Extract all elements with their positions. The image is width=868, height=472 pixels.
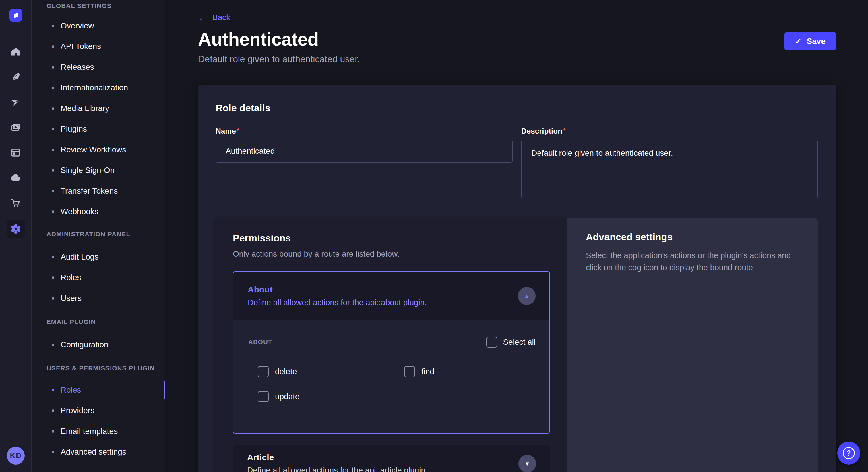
name-field-group: Name* — [216, 127, 513, 200]
sidebar-item-plugins[interactable]: Plugins — [32, 119, 165, 139]
sidebar-group: Overview API Tokens Releases Internation… — [32, 15, 165, 222]
strapi-logo-glyph — [11, 11, 20, 20]
sidebar-item-label: Overview — [61, 21, 94, 30]
accordion-about-header[interactable]: About Define all allowed actions for the… — [234, 272, 549, 320]
sidebar-item-label: Plugins — [61, 125, 87, 134]
action-checkbox-grid: delete find update — [258, 364, 536, 405]
select-all-control[interactable]: Select all — [486, 337, 536, 347]
permission-group-row: ABOUT Select all — [248, 336, 536, 348]
name-label-text: Name — [216, 127, 236, 135]
sidebar-item-admin-roles[interactable]: Roles — [32, 267, 165, 288]
cart-icon[interactable] — [0, 191, 32, 216]
sidebar-item-up-roles[interactable]: Roles — [32, 380, 165, 400]
permissions-title: Permissions — [233, 233, 550, 244]
expand-button[interactable]: ▼ — [518, 455, 536, 472]
bullet-icon — [52, 297, 54, 300]
help-button[interactable]: ? — [837, 442, 860, 465]
settings-sidebar: GLOBAL SETTINGS Overview API Tokens Rele… — [32, 0, 165, 472]
accordion-about-titles: About Define all allowed actions for the… — [248, 285, 427, 307]
page-header: Authenticated Default role given to auth… — [198, 29, 836, 65]
main-content: ← Back Authenticated Default role given … — [165, 0, 868, 472]
layout-icon[interactable] — [0, 140, 32, 165]
paper-plane-icon[interactable] — [0, 90, 32, 115]
name-label: Name* — [216, 127, 513, 136]
sidebar-item-webhooks[interactable]: Webhooks — [32, 201, 165, 222]
back-link[interactable]: ← Back — [198, 12, 230, 22]
page-subtitle: Default role given to authenticated user… — [198, 54, 360, 65]
sidebar-item-label: Internationalization — [61, 83, 128, 92]
gear-icon[interactable] — [0, 216, 32, 242]
chevron-down-icon: ▼ — [524, 461, 530, 467]
question-mark-icon: ? — [843, 447, 855, 459]
sidebar-item-label: Roles — [61, 385, 81, 395]
sidebar-item-releases[interactable]: Releases — [32, 57, 165, 77]
advanced-settings-panel: Advanced settings Select the application… — [567, 218, 818, 472]
sidebar-section-global-settings: GLOBAL SETTINGS — [46, 1, 165, 11]
sidebar-item-overview[interactable]: Overview — [32, 15, 165, 36]
bullet-icon — [52, 256, 54, 258]
description-label: Description* — [521, 127, 818, 136]
find-label: find — [422, 367, 434, 376]
sidebar-item-review-workflows[interactable]: Review Workflows — [32, 139, 165, 160]
save-button-label: Save — [807, 37, 826, 46]
accordion-article[interactable]: Article Define all allowed actions for t… — [233, 445, 550, 472]
main-nav-rail: KD — [0, 0, 32, 472]
save-button[interactable]: ✓ Save — [784, 32, 836, 50]
rail-bottom-divider — [0, 440, 32, 440]
bullet-icon — [52, 210, 54, 213]
home-icon[interactable] — [0, 39, 32, 64]
cloud-icon[interactable] — [0, 165, 32, 191]
select-all-label: Select all — [503, 338, 536, 347]
rail-icons — [0, 39, 31, 242]
gear-selected-background — [7, 220, 25, 238]
bullet-icon — [52, 66, 54, 69]
bullet-icon — [52, 430, 54, 433]
role-details-fields: Name* Description* Default role given to… — [216, 127, 818, 200]
bullet-icon — [52, 343, 54, 346]
required-asterisk: * — [563, 127, 566, 134]
sidebar-item-audit-logs[interactable]: Audit Logs — [32, 247, 165, 267]
sidebar-group: Audit Logs Roles Users — [32, 247, 165, 308]
update-checkbox[interactable] — [258, 391, 269, 402]
permissions-layout: Permissions Only actions bound by a rout… — [216, 218, 818, 472]
sidebar-item-api-tokens[interactable]: API Tokens — [32, 36, 165, 57]
name-input[interactable] — [216, 140, 513, 163]
sidebar-item-media-library[interactable]: Media Library — [32, 98, 165, 119]
sidebar-item-advanced-settings[interactable]: Advanced settings — [32, 442, 165, 462]
user-avatar[interactable]: KD — [7, 447, 25, 465]
select-all-checkbox[interactable] — [486, 337, 497, 347]
sidebar-item-providers[interactable]: Providers — [32, 400, 165, 421]
sidebar-item-configuration[interactable]: Configuration — [32, 334, 165, 355]
page-header-titles: Authenticated Default role given to auth… — [198, 29, 360, 65]
sidebar-item-users[interactable]: Users — [32, 288, 165, 308]
back-arrow-icon: ← — [198, 12, 208, 22]
sidebar-item-label: Audit Logs — [61, 252, 98, 262]
sidebar-item-label: Webhooks — [61, 207, 98, 216]
sidebar-item-single-sign-on[interactable]: Single Sign-On — [32, 160, 165, 181]
feather-icon[interactable] — [0, 64, 32, 90]
bullet-icon — [52, 128, 54, 131]
sidebar-item-email-templates[interactable]: Email templates — [32, 421, 165, 442]
delete-label: delete — [275, 367, 297, 376]
check-icon: ✓ — [795, 37, 801, 46]
bullet-icon — [52, 107, 54, 110]
sidebar-group: Configuration — [32, 334, 165, 355]
sidebar-section-users-permissions-plugin: USERS & PERMISSIONS PLUGIN — [46, 363, 165, 374]
action-find[interactable]: find — [404, 364, 550, 380]
sidebar-item-transfer-tokens[interactable]: Transfer Tokens — [32, 181, 165, 201]
role-details-title: Role details — [216, 102, 818, 113]
bullet-icon — [52, 25, 54, 27]
sidebar-item-internationalization[interactable]: Internationalization — [32, 77, 165, 98]
find-checkbox[interactable] — [404, 366, 415, 377]
strapi-logo[interactable] — [9, 9, 22, 22]
sidebar-item-label: Email templates — [61, 427, 118, 436]
description-textarea[interactable]: Default role given to authenticated user… — [521, 140, 818, 198]
delete-checkbox[interactable] — [258, 366, 269, 377]
advanced-settings-title: Advanced settings — [586, 231, 799, 243]
images-icon[interactable] — [0, 115, 32, 140]
sidebar-item-label: Users — [61, 294, 82, 303]
action-update[interactable]: update — [258, 389, 404, 405]
rail-divider — [0, 30, 32, 30]
action-delete[interactable]: delete — [258, 364, 404, 380]
collapse-button[interactable]: ▲ — [518, 287, 536, 305]
